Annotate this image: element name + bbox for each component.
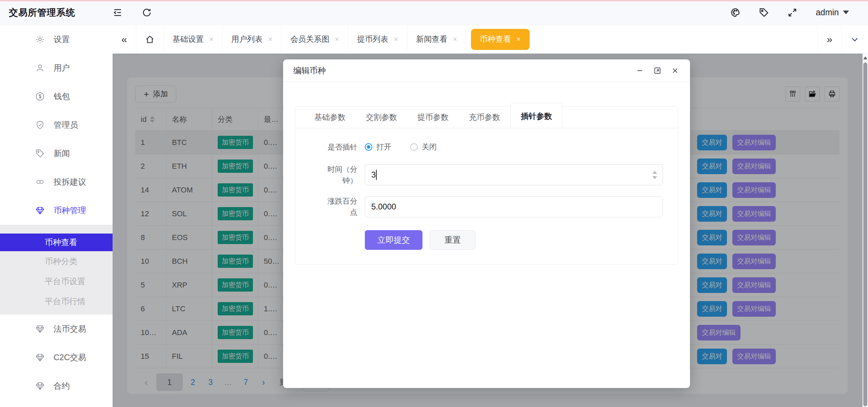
sidebar-item-news[interactable]: 新闻 — [0, 139, 113, 168]
home-icon — [145, 35, 155, 44]
time-minutes-input[interactable]: 3 — [365, 164, 663, 185]
submit-button[interactable]: 立即提交 — [365, 230, 422, 250]
tab-user-list[interactable]: 用户列表 × — [223, 25, 282, 53]
time-row: 时间（分钟） 3 — [323, 164, 663, 186]
maximize-icon[interactable] — [653, 66, 662, 75]
minimize-icon[interactable]: − — [635, 66, 645, 75]
tabs-scroll-right[interactable]: » — [818, 25, 842, 53]
shield-icon — [35, 120, 45, 130]
chevron-down-icon — [850, 35, 859, 44]
radio-unselected-icon[interactable] — [410, 143, 418, 151]
sidebar-item-label: 币种管理 — [54, 205, 86, 216]
reset-button[interactable]: 重置 — [430, 230, 475, 250]
sidebar-item-contract[interactable]: 合约 — [0, 372, 113, 400]
sidebar-item-wallet[interactable]: 钱包 — [0, 82, 113, 111]
close-icon[interactable]: × — [335, 35, 339, 44]
sidebar-item-label: 设置 — [54, 34, 70, 45]
sidebar-item-label: C2C交易 — [54, 352, 86, 363]
scrollbar-up-arrow[interactable] — [863, 56, 867, 59]
dialog-header: 编辑币种 − — [283, 59, 690, 82]
sidebar-item-users[interactable]: 用户 — [0, 54, 113, 82]
tab-basic-settings[interactable]: 基础设置 × — [164, 25, 223, 53]
tab-news-view[interactable]: 新闻查看 × — [407, 25, 466, 53]
sidebar-item-label: 用户 — [54, 62, 70, 73]
text-cursor — [376, 170, 377, 180]
percent-row: 涨跌百分点 5.0000 — [323, 196, 663, 218]
sidebar-item-label: 管理员 — [54, 119, 78, 130]
close-icon[interactable]: × — [209, 35, 214, 44]
tabs-menu-chevron[interactable] — [842, 25, 868, 53]
sidebar-subitem-coin-view[interactable]: 币种查看 — [0, 234, 113, 251]
sidebar: 设置 用户 钱包 管理员 新闻 投拆建议 币种管理 币种查看 — [0, 25, 113, 407]
refresh-icon[interactable] — [142, 7, 152, 18]
sidebar-subitem-coin-category[interactable]: 币种分类 — [0, 251, 113, 271]
gem-icon — [35, 381, 45, 391]
sidebar-item-label: 合约 — [54, 381, 70, 391]
close-icon[interactable]: × — [268, 35, 273, 44]
tabs-scroll-left[interactable]: « — [113, 25, 136, 53]
sidebar-item-fiat-trade[interactable]: 法币交易 — [0, 315, 113, 343]
fullscreen-icon[interactable] — [787, 7, 797, 18]
wallet-icon — [35, 92, 45, 101]
dialog-title: 编辑币种 — [293, 65, 326, 76]
gem-icon — [35, 324, 45, 334]
form-buttons: 立即提交 重置 — [323, 230, 663, 250]
tab-pin-params-active[interactable]: 插针参数 — [510, 103, 563, 127]
radio-close[interactable]: 关闭 — [410, 142, 437, 152]
app-title: 交易所管理系统 — [0, 6, 113, 19]
main-content: + 添加 — [113, 54, 863, 407]
tag-icon — [35, 149, 45, 158]
sidebar-subitem-platform-coin-market[interactable]: 平台币行情 — [0, 291, 113, 311]
radio-selected-icon[interactable] — [365, 143, 372, 151]
user-icon — [35, 63, 45, 73]
radio-open[interactable]: 打开 — [365, 142, 391, 152]
edit-coin-dialog: 编辑币种 − 基础参数 交割参数 提币参数 — [283, 59, 690, 388]
gem-icon — [35, 353, 45, 362]
tab-home[interactable] — [136, 25, 164, 53]
pin-params-form: 是否插针 打开 关闭 — [295, 128, 678, 250]
close-icon[interactable]: × — [516, 35, 521, 44]
sidebar-item-suggestions[interactable]: 投拆建议 — [0, 168, 113, 196]
tab-basic-params[interactable]: 基础参数 — [304, 107, 356, 128]
field-label: 时间（分钟） — [323, 164, 357, 186]
sidebar-subitem-platform-coin-settings[interactable]: 平台币设置 — [0, 271, 113, 291]
sidebar-item-settings[interactable]: 设置 — [0, 25, 113, 54]
sidebar-item-label: 法币交易 — [54, 323, 86, 334]
sidebar-item-label: 钱包 — [54, 91, 70, 102]
tab-withdraw-list[interactable]: 提币列表 × — [348, 25, 407, 53]
sidebar-item-c2c-trade[interactable]: C2C交易 — [0, 343, 113, 372]
params-tabs: 基础参数 交割参数 提币参数 充币参数 插针参数 — [295, 107, 678, 128]
close-icon[interactable]: × — [453, 35, 457, 44]
tag-icon[interactable] — [759, 7, 769, 18]
top-progress-line — [0, 0, 868, 1]
field-label: 是否插针 — [323, 142, 357, 153]
sidebar-item-label: 新闻 — [54, 148, 70, 159]
dialog-body: 基础参数 交割参数 提币参数 充币参数 插针参数 是否插针 — [283, 82, 690, 265]
link-icon — [35, 177, 45, 187]
number-stepper[interactable] — [652, 171, 657, 179]
tab-withdraw-params[interactable]: 提币参数 — [407, 107, 459, 128]
tab-delivery-params[interactable]: 交割参数 — [356, 107, 407, 128]
scrollbar-thumb[interactable] — [863, 62, 867, 406]
percent-input[interactable]: 5.0000 — [365, 197, 663, 217]
sidebar-item-admins[interactable]: 管理员 — [0, 111, 113, 139]
sidebar-item-currency-management[interactable]: 币种管理 — [0, 196, 113, 225]
tab-coin-view-active[interactable]: 币种查看 × — [471, 29, 530, 50]
pin-toggle-row: 是否插针 打开 关闭 — [323, 138, 663, 156]
tab-member-graph[interactable]: 会员关系图 × — [281, 25, 348, 53]
tab-deposit-params[interactable]: 充币参数 — [459, 107, 510, 128]
currency-submenu: 币种查看 币种分类 平台币设置 平台币行情 — [0, 225, 113, 315]
params-tab-card: 基础参数 交割参数 提币参数 充币参数 插针参数 是否插针 — [295, 106, 678, 265]
user-menu[interactable]: admin — [816, 7, 849, 17]
field-label: 涨跌百分点 — [323, 196, 357, 218]
page-scrollbar[interactable] — [863, 54, 868, 407]
gem-icon — [35, 206, 45, 215]
collapse-sidebar-icon[interactable] — [113, 7, 123, 18]
close-icon[interactable] — [670, 66, 680, 75]
pin-radio-group: 打开 关闭 — [365, 138, 437, 156]
exchange-admin-app: 交易所管理系统 admin 设置 — [0, 0, 868, 407]
theme-palette-icon[interactable] — [730, 7, 741, 18]
page-tabbar: « 基础设置 × 用户列表 × 会员关系图 × 提币列表 × 新闻查看 × 币种… — [113, 25, 868, 54]
sidebar-item-label: 投拆建议 — [54, 177, 86, 187]
close-icon[interactable]: × — [394, 35, 398, 44]
